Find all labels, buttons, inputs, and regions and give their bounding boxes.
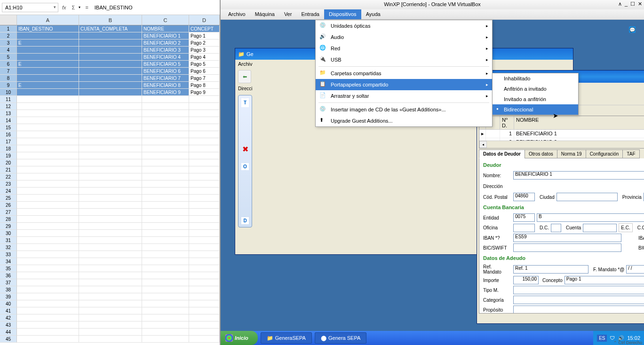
tipom-select[interactable] xyxy=(513,286,644,294)
cell[interactable] xyxy=(142,124,189,131)
cell[interactable] xyxy=(189,166,220,173)
cell[interactable] xyxy=(142,195,189,202)
cell[interactable] xyxy=(79,293,142,300)
cell[interactable] xyxy=(189,110,220,117)
cell[interactable] xyxy=(189,237,220,244)
cell[interactable] xyxy=(17,54,79,61)
cell[interactable] xyxy=(17,138,79,145)
row-header[interactable]: 24 xyxy=(0,188,17,195)
menu-item[interactable]: 📁Carpetas compartidas▸ xyxy=(316,68,492,79)
grid-col-nd[interactable]: Nº D. xyxy=(500,116,514,129)
row-header[interactable]: 9 xyxy=(0,82,17,89)
cell[interactable] xyxy=(79,124,142,131)
cell[interactable] xyxy=(17,166,79,173)
row-header[interactable]: 31 xyxy=(0,237,17,244)
cell[interactable] xyxy=(189,244,220,251)
cell[interactable] xyxy=(142,258,189,265)
cell[interactable] xyxy=(189,152,220,159)
cell[interactable] xyxy=(79,202,142,209)
cell[interactable] xyxy=(17,223,79,230)
submenu-item[interactable]: Bidireccional xyxy=(493,104,578,115)
cell[interactable] xyxy=(17,75,79,82)
row-header[interactable]: 18 xyxy=(0,145,17,152)
cell[interactable]: E xyxy=(17,61,79,68)
cp-input[interactable]: 04860 xyxy=(513,193,535,201)
vbox-menu-ayuda[interactable]: Ayuda xyxy=(361,9,385,19)
row-header[interactable]: 17 xyxy=(0,138,17,145)
cell[interactable] xyxy=(17,173,79,180)
cell[interactable] xyxy=(17,265,79,272)
proposito-select[interactable] xyxy=(513,306,644,314)
cell[interactable] xyxy=(142,202,189,209)
dc-input[interactable] xyxy=(551,224,561,232)
row-header[interactable]: 2 xyxy=(0,32,17,39)
cell[interactable] xyxy=(79,75,142,82)
cell[interactable] xyxy=(189,124,220,131)
tab-configuración[interactable]: Configuración xyxy=(586,149,623,158)
cell[interactable] xyxy=(17,279,79,286)
row-header[interactable]: 39 xyxy=(0,293,17,300)
cell[interactable] xyxy=(142,265,189,272)
cell[interactable]: BENEFICIARIO 5 xyxy=(142,61,189,68)
cell[interactable] xyxy=(189,216,220,223)
row-header[interactable]: 44 xyxy=(0,329,17,336)
cell[interactable] xyxy=(17,237,79,244)
fx-icon[interactable]: fx xyxy=(60,5,68,10)
vbox-min2-icon[interactable]: _ xyxy=(625,1,628,7)
cell[interactable] xyxy=(142,110,189,117)
cell[interactable] xyxy=(17,209,79,216)
cell[interactable] xyxy=(142,138,189,145)
fmandato-input[interactable]: / / xyxy=(626,265,644,274)
cell[interactable] xyxy=(142,159,189,166)
cell[interactable] xyxy=(17,336,79,343)
notification-icon[interactable]: 💬 xyxy=(629,26,636,33)
cell[interactable] xyxy=(17,188,79,195)
menu-item[interactable]: 🔊Audio▸ xyxy=(316,31,492,43)
row-header[interactable]: 5 xyxy=(0,54,17,61)
cell[interactable] xyxy=(142,307,189,314)
row-header[interactable]: 33 xyxy=(0,251,17,258)
cell[interactable]: CUENTA_COMPLETA xyxy=(79,25,142,32)
cell[interactable] xyxy=(17,307,79,314)
cell[interactable]: BENEFICIARIO 7 xyxy=(142,75,189,82)
cell[interactable] xyxy=(189,258,220,265)
categoria-select[interactable] xyxy=(513,296,644,304)
cell[interactable] xyxy=(189,329,220,336)
row-header[interactable]: 1 xyxy=(0,25,17,32)
row-header[interactable]: 12 xyxy=(0,103,17,110)
cell[interactable] xyxy=(142,96,189,103)
cell[interactable]: Pago 7 xyxy=(189,75,220,82)
cell[interactable] xyxy=(17,272,79,279)
col-header-b[interactable]: B xyxy=(79,15,142,25)
cell[interactable] xyxy=(79,336,142,343)
dropdown-icon[interactable]: ▾ xyxy=(79,5,80,9)
cell[interactable]: BENEFICIARIO 1 xyxy=(142,32,189,39)
cell[interactable] xyxy=(79,265,142,272)
vbox-menu-archivo[interactable]: Archivo xyxy=(223,9,250,19)
cell[interactable] xyxy=(79,110,142,117)
cell[interactable] xyxy=(142,131,189,138)
row-header[interactable]: 11 xyxy=(0,96,17,103)
cell[interactable]: Pago 6 xyxy=(189,68,220,75)
cell[interactable] xyxy=(189,103,220,110)
row-header[interactable]: 13 xyxy=(0,110,17,117)
cell[interactable] xyxy=(17,216,79,223)
iban-input[interactable]: ES59 xyxy=(513,234,621,242)
cell[interactable] xyxy=(79,195,142,202)
cell[interactable] xyxy=(79,272,142,279)
cell[interactable] xyxy=(79,89,142,96)
cell[interactable] xyxy=(79,321,142,329)
cell[interactable] xyxy=(189,336,220,343)
cell[interactable] xyxy=(142,272,189,279)
cell[interactable] xyxy=(189,131,220,138)
cell[interactable] xyxy=(17,300,79,307)
back-button[interactable]: ⬅ xyxy=(238,70,251,83)
cell[interactable] xyxy=(142,279,189,286)
row-header[interactable]: 45 xyxy=(0,336,17,343)
menu-item[interactable]: 📋Portapapeles compartido▸ xyxy=(316,79,492,90)
cell[interactable] xyxy=(189,230,220,237)
cell[interactable] xyxy=(142,293,189,300)
cell[interactable] xyxy=(79,279,142,286)
cell[interactable] xyxy=(189,279,220,286)
grid-hscrollbar[interactable]: ◂ ▸ xyxy=(479,141,644,148)
